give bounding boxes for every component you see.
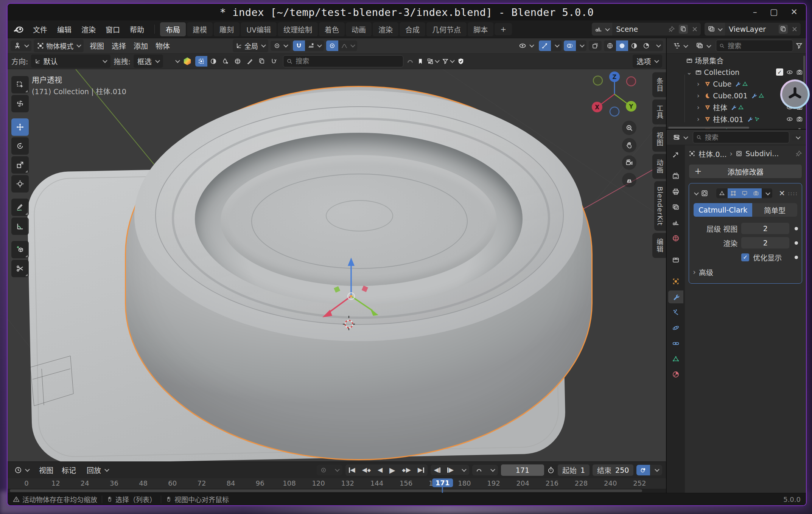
render-display-toggle[interactable]: [750, 188, 762, 198]
tab-material[interactable]: [668, 368, 683, 381]
tab-collection[interactable]: [668, 253, 683, 266]
maximize-button[interactable]: ▢: [770, 8, 778, 16]
show-overlays-toggle[interactable]: [564, 40, 576, 51]
menu-item[interactable]: 渲染: [76, 22, 101, 36]
subdivision-type-tab[interactable]: Catmull-Clark: [694, 203, 752, 217]
collapse-modifier-chevron[interactable]: [694, 190, 699, 195]
tab-view-layer[interactable]: [668, 201, 683, 214]
animate-dot[interactable]: [795, 227, 798, 230]
tab-modifiers[interactable]: [668, 290, 683, 303]
breadcrumb-object[interactable]: 柱体.0...: [698, 149, 726, 159]
direction-dropdown[interactable]: 默认: [31, 54, 110, 68]
remove-view-layer-icon[interactable]: ✕: [789, 23, 801, 36]
outliner-row[interactable]: ⌄ Collection ✓: [667, 66, 806, 78]
expand-arrow[interactable]: ›: [694, 80, 702, 88]
tab-world[interactable]: [668, 232, 683, 245]
visibility-dropdown[interactable]: [516, 40, 537, 51]
tool-scale[interactable]: [11, 156, 29, 174]
navigation-gizmo[interactable]: Z X Y: [590, 71, 639, 118]
viewport-menu-item[interactable]: 视图: [86, 39, 108, 52]
shading-rendered-button[interactable]: [640, 40, 652, 51]
optimal-display-checkbox[interactable]: ✓: [741, 253, 749, 261]
viewport-menu-item[interactable]: 添加: [130, 39, 152, 52]
workspace-tab[interactable]: 动画: [346, 22, 372, 36]
jump-to-start-button[interactable]: ◀: [345, 465, 359, 475]
falloff-dropdown[interactable]: [338, 40, 357, 51]
outliner-filter-icon[interactable]: [795, 42, 803, 50]
new-view-layer-icon[interactable]: [780, 26, 787, 33]
play-reverse-button[interactable]: ◀: [374, 465, 386, 475]
properties-editor-type-button[interactable]: [670, 132, 691, 143]
scene-selector[interactable]: Scene ✕: [592, 23, 701, 36]
frame-start-field[interactable]: 起始1: [558, 464, 590, 476]
on-cage-toggle[interactable]: [728, 188, 739, 198]
3d-scene[interactable]: 用户透视 (171) Collection | 柱体.010: [8, 69, 666, 461]
view-layer-name[interactable]: ViewLayer: [725, 25, 778, 33]
workspace-tab[interactable]: +: [495, 23, 512, 35]
edit-mode-display-toggle[interactable]: [716, 188, 728, 198]
mode-dropdown[interactable]: 物体模式: [34, 39, 84, 52]
tool-measure[interactable]: [11, 217, 29, 235]
asset-type-scene-button[interactable]: [219, 56, 232, 67]
outliner-search[interactable]: [716, 40, 793, 52]
gizmo-dropdown[interactable]: [551, 42, 562, 49]
titlebar[interactable]: * index [~/temp/test-blender-3/index.ble…: [8, 4, 806, 20]
step-back-button[interactable]: ◀: [431, 465, 444, 475]
overlays-dropdown[interactable]: [576, 42, 586, 49]
hide-in-viewport-toggle[interactable]: [786, 69, 793, 76]
disable-in-renders-toggle[interactable]: [796, 127, 803, 129]
tab-object[interactable]: [668, 275, 683, 288]
bookmark-icon[interactable]: [417, 58, 424, 65]
current-frame-field[interactable]: 171: [501, 464, 544, 476]
workspace-tab[interactable]: 建模: [187, 22, 213, 36]
play-button[interactable]: ▶: [386, 464, 398, 476]
pin-icon[interactable]: [795, 150, 802, 157]
outliner-row[interactable]: 场景集合: [667, 54, 806, 66]
add-modifier-button[interactable]: + 添加修改器: [689, 164, 802, 179]
workspace-tab[interactable]: UV编辑: [241, 22, 277, 36]
outliner-search-input[interactable]: [727, 42, 790, 50]
timeline-editor-type-button[interactable]: [11, 465, 32, 475]
unlink-scene-icon[interactable]: ✕: [689, 23, 701, 36]
step-dropdown[interactable]: [457, 466, 469, 474]
workspace-tab[interactable]: 雕刻: [214, 22, 240, 36]
workspace-tab[interactable]: 布局: [160, 22, 186, 36]
workspace-tab[interactable]: 着色: [319, 22, 345, 36]
collection-checkbox[interactable]: ✓: [776, 68, 783, 76]
shield-check-icon[interactable]: [457, 57, 465, 65]
tab-data[interactable]: [668, 353, 683, 365]
filter-dropdown[interactable]: [442, 58, 454, 65]
properties-search[interactable]: [693, 131, 789, 143]
show-gizmo-toggle[interactable]: [539, 40, 551, 51]
snap-toggle[interactable]: [293, 40, 305, 51]
object-name[interactable]: Cube.001: [713, 92, 747, 100]
timeline-scrollbar[interactable]: [10, 489, 642, 492]
asset-layout-dropdown[interactable]: [427, 58, 439, 65]
asset-type-hdr-button[interactable]: [232, 56, 244, 67]
breadcrumb-modifier[interactable]: Subdivi...: [745, 149, 779, 158]
snap-to-dropdown[interactable]: [305, 40, 324, 51]
auto-keying-group[interactable]: [472, 465, 498, 475]
delete-modifier-button[interactable]: ✕: [779, 189, 785, 198]
tool-annotate[interactable]: [11, 199, 29, 216]
close-button[interactable]: ✕: [791, 8, 798, 16]
editor-type-button[interactable]: [11, 40, 31, 51]
levels-viewport-field[interactable]: 2: [741, 223, 789, 234]
previous-keyframe-button[interactable]: ◀◆: [359, 465, 374, 475]
zoom-button[interactable]: [622, 121, 636, 135]
tool-move[interactable]: [11, 118, 29, 136]
viewport-menu-item[interactable]: 物体: [152, 39, 174, 52]
search-input[interactable]: [295, 57, 400, 65]
tool-cut[interactable]: [11, 260, 29, 277]
pan-button[interactable]: [622, 138, 636, 152]
transform-orientation-dropdown[interactable]: 全局: [233, 39, 268, 52]
timeline-ruler[interactable]: 0122436486072849610812013214415616818019…: [8, 478, 666, 493]
timeline-menu-item[interactable]: 视图: [35, 463, 57, 477]
tool-add-cube[interactable]: [11, 241, 29, 258]
shading-material-button[interactable]: [628, 40, 640, 51]
hide-in-viewport-toggle[interactable]: [786, 127, 793, 129]
object-name[interactable]: 柱体.001: [713, 114, 743, 124]
asset-type-material-button[interactable]: [207, 56, 219, 67]
view-layer-selector[interactable]: ViewLayer ✕: [705, 23, 801, 36]
tab-render[interactable]: [668, 170, 683, 183]
